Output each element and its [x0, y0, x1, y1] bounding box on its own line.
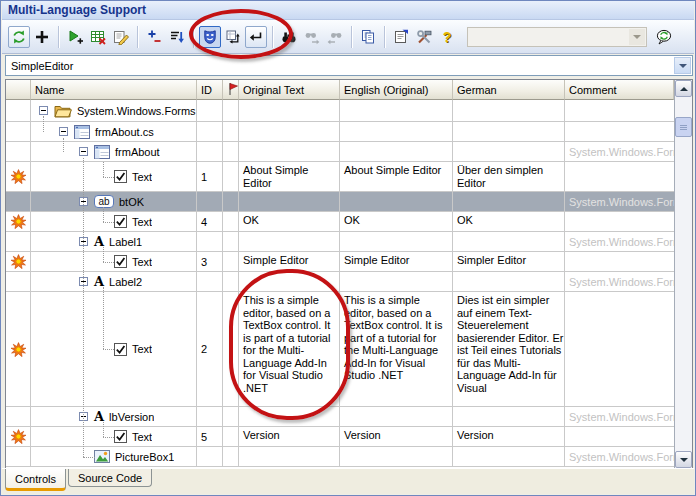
column-header-flag[interactable]	[223, 80, 239, 100]
window-titlebar[interactable]: Multi-Language Support	[2, 1, 694, 20]
export-table-button[interactable]	[87, 26, 109, 48]
cell-original-text[interactable]	[239, 122, 340, 141]
sort-button[interactable]	[166, 26, 188, 48]
cell-german-text[interactable]	[453, 232, 565, 251]
checkbox-icon[interactable]	[114, 215, 127, 228]
cell-german-text[interactable]: Über den simplen Editor	[453, 162, 565, 191]
run-add-button[interactable]	[64, 26, 86, 48]
cell-comment[interactable]: System.Windows.Forms	[565, 142, 674, 161]
cell-comment[interactable]: System.Windows.Forms	[565, 192, 674, 211]
column-header-id[interactable]: ID	[197, 80, 223, 100]
tab-controls[interactable]: Controls	[5, 469, 66, 491]
cell-name[interactable]: PictureBox1	[31, 447, 197, 466]
cell-comment[interactable]	[565, 100, 674, 121]
table-row[interactable]: PictureBox1System.Windows.Forms	[6, 447, 674, 467]
add-button[interactable]	[31, 26, 53, 48]
cell-name[interactable]: frmAbout.cs	[31, 122, 197, 141]
checkbox-icon[interactable]	[114, 255, 127, 268]
cell-name[interactable]: abbtOK	[31, 192, 197, 211]
help-button[interactable]: ?	[436, 26, 458, 48]
cell-english-text[interactable]	[340, 272, 453, 291]
column-header-original[interactable]: Original Text	[239, 80, 340, 100]
cell-german-text[interactable]: OK	[453, 212, 565, 231]
cell-original-text[interactable]	[239, 192, 340, 211]
table-row[interactable]: Text3Simple EditorSimple EditorSimpler E…	[6, 252, 674, 272]
cell-name[interactable]: AlbVersion	[31, 407, 197, 426]
cell-original-text[interactable]: OK	[239, 212, 340, 231]
cell-name[interactable]: ALabel1	[31, 232, 197, 251]
cell-name[interactable]: Text	[31, 427, 197, 446]
cell-german-text[interactable]	[453, 447, 565, 466]
cell-english-text[interactable]	[340, 122, 453, 141]
cell-english-text[interactable]	[340, 407, 453, 426]
resource-combobox[interactable]: SimpleEditor	[5, 55, 693, 76]
copy-button[interactable]	[357, 26, 379, 48]
line-break-button[interactable]	[245, 26, 267, 48]
cell-comment[interactable]: System.Windows.Forms	[565, 407, 674, 426]
tree-collapse-button[interactable]	[59, 127, 68, 136]
table-row[interactable]: ALabel1System.Windows.Forms	[6, 232, 674, 252]
cell-name[interactable]: Text	[31, 292, 197, 406]
cell-comment[interactable]: System.Windows.Forms	[565, 447, 674, 466]
tree-collapse-button[interactable]	[39, 106, 48, 115]
cell-english-text[interactable]: Version	[340, 427, 453, 446]
update-translation-button[interactable]	[653, 26, 675, 48]
cell-german-text[interactable]	[453, 100, 565, 121]
find-button[interactable]	[278, 26, 300, 48]
table-row[interactable]: AlbVersionSystem.Windows.Forms	[6, 407, 674, 427]
column-header-comment[interactable]: Comment	[565, 80, 674, 100]
cell-english-text[interactable]: About Simple Editor	[340, 162, 453, 191]
tree-collapse-button[interactable]	[79, 412, 88, 421]
cell-original-text[interactable]	[239, 272, 340, 291]
cell-comment[interactable]	[565, 162, 674, 191]
cell-english-text[interactable]: Simple Editor	[340, 252, 453, 271]
cell-comment[interactable]	[565, 122, 674, 141]
resource-combobox-dropdown-button[interactable]	[674, 57, 691, 74]
column-header-status[interactable]	[6, 80, 31, 100]
checkbox-icon[interactable]	[114, 170, 127, 183]
cell-english-text[interactable]	[340, 192, 453, 211]
column-header-german[interactable]: German	[453, 80, 565, 100]
cell-original-text[interactable]	[239, 142, 340, 161]
cell-name[interactable]: System.Windows.Forms	[31, 100, 197, 121]
tree-collapse-button[interactable]	[79, 147, 88, 156]
cell-original-text[interactable]: About Simple Editor	[239, 162, 340, 191]
cell-comment[interactable]	[565, 252, 674, 271]
toggle-mask-button[interactable]	[199, 26, 221, 48]
cell-english-text[interactable]	[340, 232, 453, 251]
scroll-down-button[interactable]	[675, 451, 692, 468]
checkbox-icon[interactable]	[114, 343, 127, 356]
refresh-button[interactable]	[8, 26, 30, 48]
cell-german-text[interactable]: Simpler Editor	[453, 252, 565, 271]
cell-comment[interactable]	[565, 292, 674, 406]
cell-comment[interactable]	[565, 212, 674, 231]
cell-name[interactable]: Text	[31, 212, 197, 231]
tree-collapse-button[interactable]	[79, 197, 88, 206]
properties-button[interactable]	[390, 26, 412, 48]
table-row[interactable]: abbtOKSystem.Windows.Forms	[6, 192, 674, 212]
table-row[interactable]: Text2This is a simple editor, based on a…	[6, 292, 674, 407]
cell-german-text[interactable]	[453, 122, 565, 141]
cell-name[interactable]: frmAbout	[31, 142, 197, 161]
checkbox-icon[interactable]	[114, 430, 127, 443]
cell-german-text[interactable]	[453, 272, 565, 291]
cell-original-text[interactable]	[239, 232, 340, 251]
resize-columns-button[interactable]	[222, 26, 244, 48]
scrollbar-thumb[interactable]	[675, 117, 692, 137]
cell-english-text[interactable]: This is a simple editor, based on a Text…	[340, 292, 453, 406]
table-row[interactable]: frmAbout.cs	[6, 122, 674, 142]
column-header-english[interactable]: English (Original)	[340, 80, 453, 100]
cell-original-text[interactable]	[239, 100, 340, 121]
cell-english-text[interactable]: OK	[340, 212, 453, 231]
cell-comment[interactable]	[565, 427, 674, 446]
edit-resources-button[interactable]	[110, 26, 132, 48]
language-combobox[interactable]	[467, 27, 647, 47]
cell-german-text[interactable]: Version	[453, 427, 565, 446]
cell-name[interactable]: Text	[31, 162, 197, 191]
vertical-scrollbar[interactable]	[674, 80, 692, 468]
tab-source-code[interactable]: Source Code	[68, 469, 152, 487]
cell-german-text[interactable]	[453, 142, 565, 161]
cell-german-text[interactable]: Dies ist ein simpler auf einem Text-Steu…	[453, 292, 565, 406]
cell-english-text[interactable]	[340, 100, 453, 121]
cell-comment[interactable]: System.Windows.Forms	[565, 232, 674, 251]
